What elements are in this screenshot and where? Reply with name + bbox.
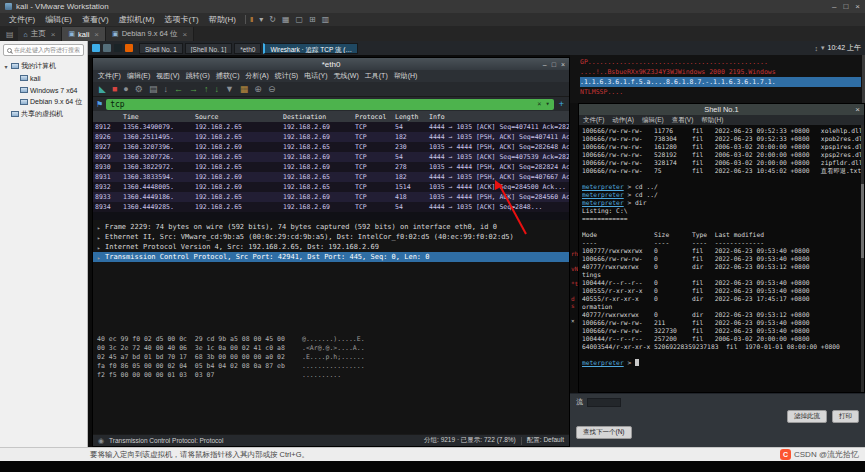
sidebar-vm-item[interactable]: Windows 7 x64	[0, 84, 87, 96]
filter-add-icon[interactable]: +	[557, 99, 566, 109]
packet-row[interactable]: 89301360.3822972.192.168.2.65192.168.2.6…	[93, 162, 569, 172]
filter-bookmark-icon[interactable]: ⚑	[96, 100, 103, 109]
maximize-icon[interactable]: □	[552, 61, 556, 68]
vmware-menu-item[interactable]: 选项卡(T)	[160, 14, 204, 25]
status-profile[interactable]: 配置: Default	[527, 436, 564, 445]
shell-menu-item[interactable]: 文件(F)	[579, 116, 608, 125]
taskbar-window-button[interactable]: Shell No. 1	[139, 43, 183, 54]
sidebar-vm-item[interactable]: 共享的虚拟机	[0, 108, 87, 120]
restart-capture-icon[interactable]: ●	[123, 85, 128, 94]
shell-titlebar[interactable]: Shell No.1 ×	[579, 104, 864, 115]
colorize-icon[interactable]: ▦	[240, 85, 249, 94]
wireshark-menu-item[interactable]: 帮助(H)	[391, 71, 421, 81]
firefox-icon[interactable]	[125, 44, 133, 52]
close-icon[interactable]: ×	[561, 61, 565, 68]
protocol-detail-row[interactable]: ▸Transmission Control Protocol, Src Port…	[93, 252, 569, 262]
vmware-menu-item[interactable]: 帮助(H)	[204, 14, 241, 25]
go-bottom-icon[interactable]: ↓	[214, 85, 219, 94]
zoom-in-icon[interactable]: ⊕	[254, 85, 262, 94]
display-filter-input[interactable]: tcp × ▾	[106, 99, 554, 110]
library-toggle-icon[interactable]: ▤	[2, 30, 18, 41]
filter-clear-icon[interactable]: ×	[537, 100, 541, 108]
vmware-tab[interactable]: ▣kali×	[62, 27, 106, 41]
print-button[interactable]: 打印	[832, 410, 859, 423]
console-view-icon[interactable]: ▥	[322, 16, 330, 24]
minimize-icon[interactable]: –	[832, 2, 836, 11]
stop-capture-icon[interactable]: ■	[112, 85, 117, 94]
wireshark-menu-item[interactable]: 电话(Y)	[301, 71, 330, 81]
column-header-destination[interactable]: Destination	[281, 113, 353, 121]
minimize-icon[interactable]: –	[543, 61, 547, 68]
hex-row[interactable]: 00 3c 2e 72 40 00 40 06 3e 1c 0a 00 02 4…	[97, 344, 565, 353]
expander-icon[interactable]: ▸	[97, 254, 105, 261]
hex-row[interactable]: fa f0 86 05 00 00 02 04 05 b4 04 02 08 0…	[97, 362, 565, 371]
save-file-icon[interactable]: ↓	[163, 85, 168, 94]
close-icon[interactable]: ×	[855, 105, 860, 114]
wireshark-menu-item[interactable]: 编辑(E)	[124, 71, 153, 81]
column-header-time[interactable]: Time	[121, 113, 193, 121]
sidebar-vm-item[interactable]: ▾我的计算机	[0, 60, 87, 72]
terminal-icon[interactable]	[114, 44, 122, 52]
network-icon[interactable]: ↕	[815, 45, 819, 52]
library-search[interactable]	[3, 44, 84, 56]
tcp-stream-content[interactable]: GP......................................…	[570, 55, 865, 103]
power-dropdown-icon[interactable]: ▾	[259, 16, 263, 24]
packet-row[interactable]: 89331360.4449186.192.168.2.65192.168.2.6…	[93, 192, 569, 202]
wireshark-menu-item[interactable]: 跳转(G)	[183, 71, 213, 81]
shell-menu-item[interactable]: 编辑(E)	[638, 116, 668, 125]
files-icon[interactable]	[103, 44, 111, 52]
tab-close-icon[interactable]: ×	[183, 30, 188, 39]
clone-icon[interactable]: ▦	[282, 16, 290, 24]
wireshark-menu-item[interactable]: 文件(F)	[95, 71, 124, 81]
fullscreen-icon[interactable]: ▢	[295, 16, 303, 24]
wireshark-menu-item[interactable]: 分析(A)	[242, 71, 271, 81]
wireshark-menu-item[interactable]: 工具(T)	[362, 71, 391, 81]
search-input[interactable]	[14, 47, 80, 53]
protocol-detail-row[interactable]: ▸Internet Protocol Version 4, Src: 192.1…	[93, 242, 569, 252]
protocol-detail-row[interactable]: ▸Ethernet II, Src: VMware_cd:9b:a5 (00:0…	[93, 232, 569, 242]
shell-menu-item[interactable]: 帮助(H)	[697, 116, 727, 125]
kali-menu-icon[interactable]	[92, 44, 100, 52]
go-top-icon[interactable]: ↑	[204, 85, 209, 94]
vmware-tab[interactable]: ⌂主页×	[18, 27, 63, 41]
protocol-detail-row[interactable]: ▸Frame 2229: 74 bytes on wire (592 bits)…	[93, 222, 569, 232]
tray-arrow-icon[interactable]: ▾	[821, 44, 825, 52]
expander-icon[interactable]: ▸	[97, 244, 105, 251]
snapshot-icon[interactable]: ↻	[269, 16, 276, 24]
wireshark-menu-item[interactable]: 统计(S)	[272, 71, 301, 81]
stream-number-spinner[interactable]	[587, 398, 621, 407]
taskbar-window-button[interactable]: *eth0	[234, 43, 261, 54]
capture-options-icon[interactable]: ⚙	[135, 85, 143, 94]
wireshark-menu-item[interactable]: 捕获(C)	[213, 71, 243, 81]
start-capture-icon[interactable]: ◣	[99, 85, 106, 94]
packet-row[interactable]: 89271360.3207396.192.168.2.69192.168.2.6…	[93, 142, 569, 152]
go-forward-icon[interactable]: →	[189, 85, 198, 94]
packet-row[interactable]: 89321360.4448005.192.168.2.69192.168.2.6…	[93, 182, 569, 192]
column-header-length[interactable]: Length	[393, 113, 427, 121]
maximize-icon[interactable]: □	[843, 2, 848, 11]
filter-dropdown-icon[interactable]: ▾	[546, 100, 550, 108]
hex-row[interactable]: f2 f5 00 00 00 00 01 03 03 07..........	[97, 371, 565, 380]
hex-row[interactable]: 40 ec 99 f0 02 d5 00 0c 29 cd 9b a5 08 0…	[97, 335, 565, 344]
close-icon[interactable]: ×	[855, 2, 860, 11]
wireshark-menu-item[interactable]: 无线(W)	[331, 71, 362, 81]
filter-out-stream-button[interactable]: 滤掉此流	[787, 410, 827, 423]
hex-row[interactable]: 02 45 a7 bd 01 bd 70 17 68 3b 00 00 00 0…	[97, 353, 565, 362]
taskbar-window-button[interactable]: Wireshark · 追踪 TCP 流 (tc...	[263, 43, 358, 54]
capture-file-icon[interactable]: ◉	[98, 437, 104, 445]
column-header-protocol[interactable]: Protocol	[353, 113, 393, 121]
unity-icon[interactable]: ⊞	[309, 16, 316, 24]
column-header-info[interactable]: Info	[427, 113, 569, 121]
shell-menu-item[interactable]: 查看(V)	[668, 116, 698, 125]
find-next-button[interactable]: 查找下一个(N)	[576, 426, 632, 439]
tab-close-icon[interactable]: ×	[94, 30, 99, 39]
clock[interactable]: 10:42 上午	[828, 43, 861, 53]
packet-row[interactable]: 89291360.3207726.192.168.2.65192.168.2.6…	[93, 152, 569, 162]
go-back-icon[interactable]: ←	[174, 85, 183, 94]
taskbar-window-button[interactable]: [Shell No. 1]	[185, 43, 232, 54]
expander-icon[interactable]: ▸	[97, 234, 105, 241]
scrollbar[interactable]	[861, 125, 864, 392]
shell-menu-item[interactable]: 动作(A)	[608, 116, 638, 125]
terminal-output[interactable]: 100666/rw-rw-rw- 11776 fil 2022-06-23 09…	[579, 125, 864, 392]
vmware-tab[interactable]: ▣Debian 9.x 64 位×	[106, 27, 194, 41]
